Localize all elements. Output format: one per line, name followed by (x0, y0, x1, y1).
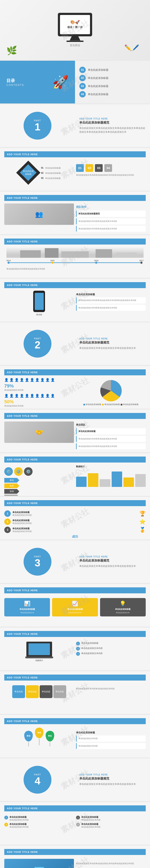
stat2-desc: 单击此处添加文本内容 (4, 405, 74, 407)
diamond-items: 01 单击此处添加标题 02 单击此处添加标题 03 单击此处添加标题 (41, 166, 61, 180)
people-row-1: 👤 👤 👤 👤 👤 👤 👤 👤 👤 👤 (4, 378, 74, 382)
building-4 (96, 249, 112, 258)
team-label-2: 商业团队 (76, 423, 146, 426)
icon-cards-row: 📊 单击此处添加标题 单击此处添加文本 📈 单击此处添加标题 单击此处添加文本 … (4, 596, 146, 619)
person-b10: 👤 (51, 394, 55, 398)
slide-team: 素材公社 ADD YOUR TITLE HERE 👥 团队协作 单击此处添加标题… (0, 191, 150, 234)
slide-diamond: 素材公社 ADD YOUR TITLE HERE 单击此处添加标题 01 单击此… (0, 148, 150, 191)
toc-item-1: 01 单击此处添加标题 (79, 67, 146, 73)
timeline-year-3: 2016 (94, 259, 98, 261)
legend-1: 单击此处添加标题 (83, 403, 101, 406)
nl-label-4: 单击此处添加标题 (81, 823, 100, 826)
pie-legend: 单击此处添加标题 单击此处添加标题 单击此处添加标题 (76, 403, 146, 406)
pen-decoration: ✏️🖊️ (124, 44, 139, 51)
success-row-1: 1 单击此处添加标题 单击此处添加文本内容 🏆 (4, 510, 146, 517)
nl-content-4: 单击此处添加标题 单击此处添加文本内容 (81, 823, 100, 829)
slide-title-4: ADD YOUR TITLE HERE (7, 153, 38, 156)
laptop-list-text-1: 单击此处添加标题 (81, 642, 98, 645)
slide-title-bar-5: ADD YOUR TITLE HERE (4, 195, 146, 201)
toc-left: 目录 CONTENTS 🚀 (0, 61, 75, 103)
slide-stats: 素材公社 ADD YOUR TITLE HERE 👤 👤 👤 👤 👤 👤 👤 👤… (0, 366, 150, 409)
legend-3: 单击此处添加标题 (121, 403, 139, 406)
slide11-left: ⚙️ ⚙️ ⚙️ 单击 此处 添加 标题 (4, 465, 74, 496)
balloon-wrap-2: 单击 (35, 727, 44, 745)
person-b5: 👤 (25, 394, 29, 398)
success-label: 成功 (4, 535, 146, 539)
nl-item-3: 3 单击此处添加标题 单击此处添加文本内容 (76, 816, 146, 822)
toc-num-2: 02 (79, 75, 86, 81)
slide10-right: 商业团队 单击此处添加标题 单击此处添加文本内容单击此处添加文本内容 单击此处添… (76, 422, 146, 451)
part2-num: 2 (35, 340, 41, 350)
diamond-shape-container: 单击此处添加标题 (18, 162, 39, 183)
person-6: 👤 (30, 378, 34, 382)
person-7: 👤 (35, 378, 40, 382)
nl-text-2: 单击此处添加文本内容 (9, 826, 29, 829)
success-row-2: 2 单击此处添加标题 单击此处添加文本内容 ⭐ (4, 519, 146, 525)
slide-puzzle: 素材公社 ADD YOUR TITLE HERE 单击此处 单击此处 单击此处 … (0, 671, 150, 714)
person-b3: 👤 (15, 394, 19, 398)
slide20-content: 🏙️ 单击此处添加文本内容单击此处添加文本内容单击此处添加文本内容 (4, 858, 146, 868)
gear-icon-3: ⚙️ (24, 467, 32, 476)
balloon-info-text-2: 单击此处添加文本内容 (78, 745, 144, 747)
toc-text-4: 单击此处添加标题 (88, 93, 108, 96)
laptop-label: 电脑展示 (35, 659, 43, 662)
plant-decoration: 🌿 (6, 45, 17, 56)
person-1: 👤 (4, 378, 8, 382)
slide-title-14: ADD YOUR TITLE HERE (7, 589, 38, 592)
slide17-content: 单击 单击 单击 单击此处添加标题 单击此处添加文本内容 单击此处添加文本内容 (4, 727, 146, 750)
stat1-desc: 单击此处添加文本内容 (4, 389, 74, 392)
slide5-left: 👥 (4, 204, 74, 233)
cover-subtitle: 首先商业 (70, 43, 80, 47)
info-card-text-2: 单击此处添加文本内容单击此处添加文本内容 (78, 220, 144, 223)
phone-desc-0: 单击此处添加标题 (76, 293, 146, 296)
phone-info-text-1: 单击此处添加文本内容单击此处添加文本内容单击此处添加文本内容 (78, 299, 144, 302)
slide16-right: 单击此处添加文本内容单击此处添加文本内容 (76, 683, 146, 700)
success-label-3: 单击此处添加标题 (12, 527, 138, 530)
nl-num-2: 2 (4, 823, 8, 827)
city-silhouette (6, 247, 144, 258)
part4-desc: 单击此处添加文本单击此处添加文本单击此处添加文本 (79, 782, 146, 786)
person-b2: 👤 (9, 394, 14, 398)
medal-icon: 🥇 (139, 527, 146, 533)
slide-title-bar-14: ADD YOUR TITLE HERE (4, 587, 146, 593)
balloon-heading: 单击此处添加标题 (76, 731, 146, 734)
cover-title: 创业！第一步 (67, 25, 83, 29)
trophy-icon: 🏆 (139, 510, 146, 517)
balloon-wrap-3: 单击 (46, 731, 54, 746)
diamond-wrap: 单击此处添加标题 01 单击此处添加标题 02 单击此处添加标题 03 单击此处… (4, 162, 74, 183)
monitor-base (67, 41, 83, 42)
arrow-box-1: 单击 (4, 478, 19, 483)
nl-content-3: 单击此处添加标题 单击此处添加文本内容 (81, 816, 100, 822)
toc-text-2: 单击此处添加标题 (88, 76, 108, 80)
city-icon: 🏙️ (34, 867, 45, 868)
toc-right: 01 单击此处添加标题 02 单击此处添加标题 03 单击此处添加标题 04 单… (75, 61, 150, 103)
card-icon-1: 📊 (7, 600, 47, 607)
slide16-content: 单击此处 单击此处 单击此处 单击此处 单击此处添加文本内容单击此处添加文本内容 (4, 683, 146, 700)
info-card-text-3: 单击此处添加文本内容单击此处添加文本内容 (78, 227, 144, 230)
chart-bars (76, 470, 146, 487)
slide-title-bar-10: ADD YOUR TITLE HERE (4, 413, 146, 419)
icon-card-1: 📊 单击此处添加标题 单击此处添加文本 (4, 598, 50, 616)
slide15-left: 电脑展示 (4, 640, 74, 662)
bar-3 (100, 479, 110, 487)
part4-circle: PART 4 (24, 766, 51, 794)
item-label-03: 03 (41, 177, 44, 179)
right-desc: 单击此处添加文本内容单击此处添加文本内容单击此处添加文本内容 (76, 174, 146, 177)
puzzle-1: 单击此处 (12, 685, 25, 698)
item-text-3: 单击此处添加标题 (45, 177, 61, 179)
slide-balloons: 素材公社 ADD YOUR TITLE HERE 单击 单击 单击 单击此处添加… (0, 715, 150, 757)
part3-num: 3 (35, 558, 41, 568)
team-info-3: 单击此处添加文本内容单击此处添加文本内容 (76, 443, 146, 450)
toc-text-1: 单击此处添加标题 (88, 68, 108, 72)
person-10: 👤 (51, 378, 55, 382)
timeline-year-4: 2017 (139, 259, 144, 261)
slide-title-10: ADD YOUR TITLE HERE (7, 415, 38, 417)
slide-title-bar-20: ADD YOUR TITLE HERE (4, 849, 146, 855)
slide-steps: 素材公社 ADD YOUR TITLE HERE ⚙️ ⚙️ ⚙️ 单击 此处 … (0, 453, 150, 496)
slide20-right: 单击此处添加文本内容单击此处添加文本内容单击此处添加文本内容 (76, 858, 146, 868)
slide17-right: 单击此处添加标题 单击此处添加文本内容 单击此处添加文本内容 (76, 727, 146, 750)
slide-title-9: ADD YOUR TITLE HERE (7, 371, 38, 374)
monitor-screen: 🎨🚀 创业！第一步 (60, 15, 90, 34)
laptop-list-num-1: 1 (76, 642, 80, 646)
num-box-2: 02 (85, 164, 93, 172)
